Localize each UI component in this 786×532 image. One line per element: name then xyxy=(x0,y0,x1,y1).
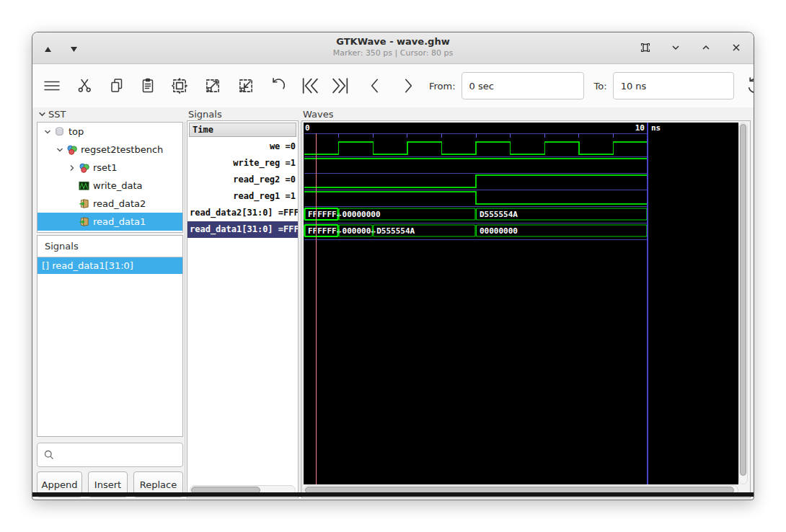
tree-item-write_data[interactable]: write_data xyxy=(37,177,182,195)
titlebar[interactable]: GTKWave - wave.ghw Marker: 350 ps | Curs… xyxy=(32,32,754,64)
module-icon xyxy=(53,126,66,137)
signal-row-read_reg2[interactable]: read_reg2 =0 xyxy=(187,172,298,188)
copy-icon[interactable] xyxy=(106,75,128,97)
waves-panel: 010nsFFFFFF+00000000D555554AFFFFFF+00000… xyxy=(301,120,751,498)
svg-text:00000000: 00000000 xyxy=(480,226,518,236)
signal-row-read_reg1[interactable]: read_reg1 =1 xyxy=(187,188,298,205)
tree-item-label: read_data2 xyxy=(93,198,146,209)
go-start-icon[interactable] xyxy=(299,75,321,97)
waveform-canvas[interactable]: 010nsFFFFFF+00000000D555554AFFFFFF+00000… xyxy=(304,123,738,484)
signals-list-panel: Signals [] read_data1[31:0] xyxy=(37,235,183,437)
maximize-icon[interactable] xyxy=(699,40,713,55)
minimize-icon[interactable] xyxy=(668,40,683,55)
signal-row-read_data1[31:0][interactable]: read_data1[31:0] =FFFFFFFF xyxy=(187,221,298,238)
port-icon xyxy=(78,216,90,227)
time-header[interactable]: Time xyxy=(189,123,296,137)
reload-icon[interactable] xyxy=(744,75,754,97)
sst-tree-panel: topregset2testbenchrset1write_dataread_d… xyxy=(37,122,183,233)
expander-down-icon[interactable] xyxy=(42,128,53,136)
svg-text:000000+: 000000+ xyxy=(343,226,376,236)
svg-text:ns: ns xyxy=(651,123,661,133)
tree-item-regset2testbench[interactable]: regset2testbench xyxy=(37,141,182,159)
tree-item-label: regset2testbench xyxy=(81,144,163,155)
signal-row-write_reg[interactable]: write_reg =1 xyxy=(187,155,298,172)
port-icon xyxy=(78,198,90,209)
signals-frame-label: Signals xyxy=(188,109,222,120)
tree-item-label: top xyxy=(69,126,84,137)
expander-right-icon[interactable] xyxy=(66,164,78,172)
svg-text:D555554A: D555554A xyxy=(480,210,518,219)
svg-text:00000000: 00000000 xyxy=(343,210,381,219)
to-label: To: xyxy=(594,81,607,92)
paste-icon[interactable] xyxy=(137,75,159,97)
signal-names-panel: Time we =0write_reg =1read_reg2 =0read_r… xyxy=(187,120,299,498)
zoom-out-icon[interactable] xyxy=(235,75,257,97)
go-next-icon[interactable] xyxy=(397,75,419,97)
sst-frame-label[interactable]: SST xyxy=(38,109,66,120)
expander-down-icon[interactable] xyxy=(54,146,66,154)
zoom-in-icon[interactable] xyxy=(202,75,224,97)
menu-icon[interactable] xyxy=(41,75,63,97)
svg-text:FFFFFF+: FFFFFF+ xyxy=(308,226,342,236)
from-label: From: xyxy=(429,81,456,92)
signal-row-read_data2[31:0][interactable]: read_data2[31:0] =FFFFFFFF xyxy=(187,205,298,221)
zoom-fit-icon[interactable] xyxy=(169,75,190,97)
toolbar: From: To: xyxy=(32,64,754,107)
window-bottom-edge xyxy=(32,492,754,497)
tree-item-read_data1[interactable]: read_data1 xyxy=(37,213,182,231)
net-icon xyxy=(78,180,90,191)
go-prev-icon[interactable] xyxy=(364,75,386,97)
shift-down-icon[interactable] xyxy=(66,43,81,56)
pane-splitter[interactable] xyxy=(185,122,185,492)
svg-text:FFFFFF+: FFFFFF+ xyxy=(308,210,342,219)
tree-item-rset1[interactable]: rset1 xyxy=(37,159,182,177)
main-content: SST topregset2testbenchrset1write_datare… xyxy=(32,107,754,497)
chevron-down-icon xyxy=(38,110,46,118)
tree-item-read_data2[interactable]: read_data2 xyxy=(37,195,182,213)
from-input[interactable] xyxy=(462,72,584,99)
hier-icon xyxy=(66,144,78,156)
svg-text:0: 0 xyxy=(305,123,310,133)
signals-list-header: Signals xyxy=(37,236,182,257)
shift-up-icon[interactable] xyxy=(40,43,56,56)
signals-list-item[interactable]: [] read_data1[31:0] xyxy=(37,257,182,274)
tree-item-label: write_data xyxy=(93,180,142,191)
gtkwave-window: GTKWave - wave.ghw Marker: 350 ps | Curs… xyxy=(32,32,754,500)
tree-item-label: read_data1 xyxy=(93,216,146,227)
hier-icon xyxy=(78,162,90,174)
signal-search-input[interactable] xyxy=(37,443,183,467)
tree-item-label: rset1 xyxy=(93,162,117,173)
tree-item-top[interactable]: top xyxy=(37,123,182,141)
svg-text:10: 10 xyxy=(635,123,645,133)
pane-splitter[interactable] xyxy=(300,122,301,492)
search-icon xyxy=(43,449,55,461)
fullscreen-icon[interactable] xyxy=(638,40,653,55)
svg-text:D555554A: D555554A xyxy=(376,226,415,236)
go-end-icon[interactable] xyxy=(330,75,351,97)
cut-icon[interactable] xyxy=(74,75,96,97)
waves-vscrollbar[interactable] xyxy=(738,123,748,484)
waves-frame-label: Waves xyxy=(303,109,333,120)
signal-row-we[interactable]: we =0 xyxy=(187,138,298,155)
close-icon[interactable] xyxy=(729,40,743,55)
to-input[interactable] xyxy=(613,72,734,99)
undo-icon[interactable] xyxy=(268,75,289,97)
